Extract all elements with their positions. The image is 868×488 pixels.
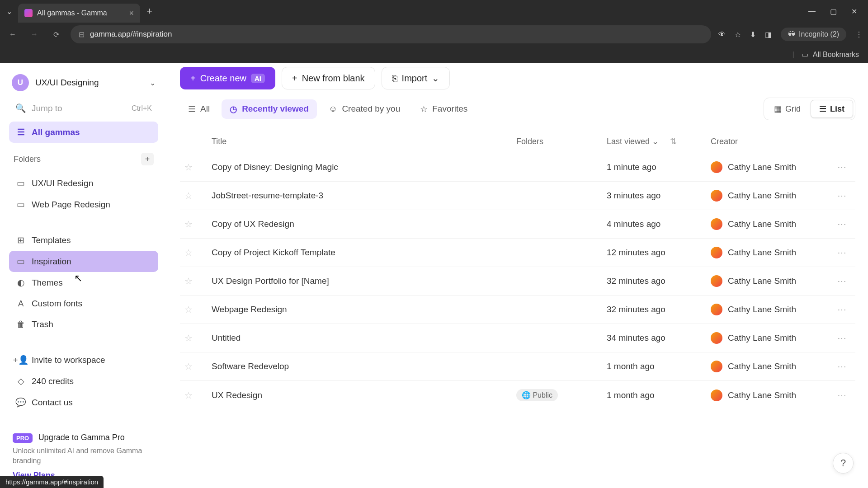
row-title: Copy of UX Redesign (207, 210, 512, 239)
stack-icon: ☰ (188, 104, 196, 114)
avatar (711, 304, 722, 315)
row-menu-button[interactable]: ⋯ (837, 248, 847, 258)
sidebar-item-invite-to-workspace[interactable]: +👤 Invite to workspace (9, 349, 158, 371)
row-title: Software Redevelop (207, 352, 512, 381)
table-row[interactable]: ☆ Copy of Disney: Designing Magic 1 minu… (180, 153, 855, 182)
favorite-star-icon[interactable]: ☆ (184, 390, 193, 400)
creator-name: Cathy Lane Smith (728, 219, 796, 229)
tab-dropdown[interactable]: ⌄ (3, 3, 15, 19)
sidebar-all-gammas[interactable]: ☰ All gammas (9, 122, 158, 143)
table-row[interactable]: ☆ Untitled 34 minutes ago Cathy Lane Smi… (180, 324, 855, 352)
grid-icon: ▦ (774, 104, 782, 114)
create-new-button[interactable]: + Create new AI (180, 67, 275, 89)
browser-menu-icon[interactable]: ⋮ (855, 30, 863, 39)
table-row[interactable]: ☆ Copy of Project Kickoff Template 12 mi… (180, 239, 855, 267)
avatar (711, 247, 722, 258)
filter-all[interactable]: ☰ All (180, 99, 218, 119)
filter-created-by-you[interactable]: ☺ Created by you (321, 99, 408, 118)
row-folders (512, 324, 602, 352)
favorite-star-icon[interactable]: ☆ (184, 305, 193, 314)
row-menu-button[interactable]: ⋯ (837, 219, 847, 229)
row-last-viewed: 1 month ago (602, 381, 706, 410)
row-title: Webpage Redesign (207, 296, 512, 324)
bookmark-star-icon[interactable]: ☆ (735, 30, 741, 39)
favorite-star-icon[interactable]: ☆ (184, 276, 193, 286)
tab-title: All gammas - Gamma (37, 9, 124, 17)
avatar (711, 161, 722, 173)
favorite-star-icon[interactable]: ☆ (184, 162, 193, 172)
row-menu-button[interactable]: ⋯ (837, 361, 847, 371)
new-from-blank-button[interactable]: + New from blank (282, 67, 375, 89)
row-menu-button[interactable]: ⋯ (837, 162, 847, 172)
table-row[interactable]: ☆ Copy of UX Redesign 4 minutes ago Cath… (180, 210, 855, 239)
help-button[interactable]: ? (833, 453, 854, 474)
all-bookmarks-link[interactable]: All Bookmarks (813, 51, 859, 59)
creator-name: Cathy Lane Smith (728, 333, 796, 343)
favorite-star-icon[interactable]: ☆ (184, 219, 193, 229)
row-menu-button[interactable]: ⋯ (837, 390, 847, 400)
add-folder-button[interactable]: + (141, 153, 154, 165)
view-grid-button[interactable]: ▦ Grid (766, 100, 809, 118)
avatar (711, 190, 722, 202)
reload-button[interactable]: ⟳ (49, 27, 63, 42)
row-last-viewed: 32 minutes ago (602, 267, 706, 296)
row-last-viewed: 4 minutes ago (602, 210, 706, 239)
col-last-viewed[interactable]: Last viewed ⌄ ⇅ (602, 130, 706, 153)
icon: +👤 (16, 355, 25, 365)
row-title: Copy of Project Kickoff Template (207, 239, 512, 267)
close-window-icon[interactable]: ✕ (851, 7, 857, 16)
table-row[interactable]: ☆ Webpage Redesign 32 minutes ago Cathy … (180, 296, 855, 324)
row-menu-button[interactable]: ⋯ (837, 305, 847, 314)
sidebar-item-240-credits[interactable]: ◇ 240 credits (9, 371, 158, 392)
sidebar-item-contact-us[interactable]: 💬 Contact us (9, 392, 158, 413)
filter-favorites[interactable]: ☆ Favorites (412, 99, 476, 119)
import-button[interactable]: ⎘ Import ⌄ (382, 67, 450, 89)
sidebar-item-custom-fonts[interactable]: A Custom fonts (9, 293, 158, 314)
address-bar[interactable]: ⊟ gamma.app/#inspiration (71, 25, 711, 43)
favorite-star-icon[interactable]: ☆ (184, 248, 193, 258)
sort-direction-icon[interactable]: ⇅ (670, 137, 677, 146)
sidebar-item-themes[interactable]: ◐ Themes (9, 272, 158, 293)
site-info-icon[interactable]: ⊟ (79, 30, 85, 39)
table-row[interactable]: ☆ UX Design Portfolio for [Name] 32 minu… (180, 267, 855, 296)
folder-item[interactable]: ▭ Web Page Redesign (9, 194, 158, 215)
new-tab-button[interactable]: + (146, 5, 152, 17)
col-folders[interactable]: Folders (512, 130, 602, 153)
downloads-icon[interactable]: ⬇ (750, 30, 756, 39)
row-menu-button[interactable]: ⋯ (837, 276, 847, 286)
incognito-badge[interactable]: 🕶 Incognito (2) (781, 28, 846, 41)
view-list-button[interactable]: ☰ List (811, 100, 853, 118)
table-row[interactable]: ☆ UX Redesign 🌐 Public 1 month ago Cathy… (180, 381, 855, 410)
favorite-star-icon[interactable]: ☆ (184, 361, 193, 371)
eye-off-icon[interactable]: 👁 (718, 30, 726, 38)
forward-button[interactable]: → (27, 27, 42, 42)
table-row[interactable]: ☆ Software Redevelop 1 month ago Cathy L… (180, 352, 855, 381)
filter-recently-viewed[interactable]: ◷ Recently viewed (222, 99, 317, 119)
close-tab-icon[interactable]: × (129, 9, 134, 18)
gammas-table: Title Folders Last viewed ⌄ ⇅ Creator ☆ … (180, 130, 855, 409)
maximize-icon[interactable]: ▢ (830, 7, 837, 16)
row-folders (512, 182, 602, 210)
sidebar-item-templates[interactable]: ⊞ Templates (9, 230, 158, 251)
row-menu-button[interactable]: ⋯ (837, 191, 847, 201)
col-creator[interactable]: Creator (706, 130, 833, 153)
avatar (711, 361, 722, 372)
sidebar-item-inspiration[interactable]: ▭ Inspiration (9, 251, 158, 272)
favorite-star-icon[interactable]: ☆ (184, 333, 193, 343)
table-row[interactable]: ☆ JobStreet-resume-template-3 3 minutes … (180, 182, 855, 210)
trash-icon: 🗑 (16, 319, 25, 329)
clock-icon: ◷ (230, 104, 237, 114)
sidebar-item-trash[interactable]: 🗑 Trash (9, 314, 158, 335)
browser-tab[interactable]: All gammas - Gamma × (18, 4, 140, 23)
back-button[interactable]: ← (5, 27, 20, 42)
col-title[interactable]: Title (207, 130, 512, 153)
row-menu-button[interactable]: ⋯ (837, 333, 847, 343)
upgrade-title: Upgrade to Gamma Pro (38, 433, 125, 442)
favorite-star-icon[interactable]: ☆ (184, 191, 193, 201)
sidepanel-icon[interactable]: ◨ (765, 30, 772, 39)
workspace-switcher[interactable]: U UX/UI Designing ⌄ (9, 70, 158, 95)
folder-icon: ▭ (802, 50, 808, 59)
folder-item[interactable]: ▭ UX/UI Redesign (9, 173, 158, 194)
minimize-icon[interactable]: ― (808, 7, 816, 16)
jump-to-search[interactable]: 🔍 Jump to Ctrl+K (9, 99, 158, 118)
